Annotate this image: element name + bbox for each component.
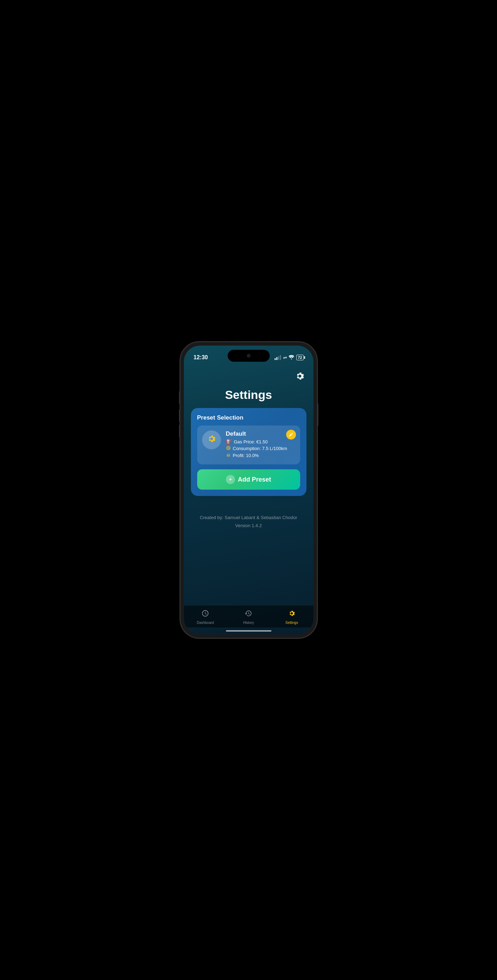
preset-gear-icon [206, 434, 216, 446]
credits: Created by: Samuel Labant & Sebastian Ch… [191, 514, 306, 530]
consumption-text: Consumption: 7.5 L/100km [233, 446, 287, 451]
dashboard-tab-label: Dashboard [197, 621, 214, 625]
plus-icon: + [226, 475, 235, 484]
svg-point-0 [291, 359, 292, 359]
settings-tab-icon [288, 609, 295, 619]
preset-info: Default ⛽ Gas Price: €1.50 [226, 430, 295, 460]
page-title: Settings [191, 388, 306, 402]
preset-name: Default [226, 430, 295, 438]
gas-price-text: Gas Price: €1.50 [234, 439, 268, 444]
profit-text: Profit: 10.0% [233, 453, 259, 458]
phone-frame: 12:30 ⇌ 72 [180, 342, 317, 638]
home-indicator [184, 627, 313, 635]
history-tab-icon [245, 609, 252, 619]
preset-icon-circle [202, 430, 221, 449]
dashboard-tab-icon [202, 609, 209, 619]
tab-history[interactable]: History [227, 608, 270, 626]
dynamic-island [228, 350, 270, 362]
home-bar [226, 630, 272, 632]
speedometer-icon [226, 445, 231, 452]
signal-bars-icon [275, 355, 281, 360]
settings-tab-label: Settings [286, 621, 298, 625]
gas-pump-icon: ⛽ [226, 439, 232, 444]
edit-preset-button[interactable] [286, 430, 296, 439]
credits-line1: Created by: Samuel Labant & Sebastian Ch… [191, 514, 306, 522]
main-content: Settings Preset Selection Default [184, 364, 313, 605]
history-tab-label: History [243, 621, 254, 625]
credits-line2: Version 1.4.2 [191, 522, 306, 530]
add-preset-label: Add Preset [238, 476, 271, 483]
preset-item-default[interactable]: Default ⛽ Gas Price: €1.50 [197, 425, 300, 465]
preset-section-title: Preset Selection [197, 414, 300, 421]
phone-screen: 12:30 ⇌ 72 [184, 345, 313, 635]
pencil-icon [289, 432, 294, 437]
tab-settings[interactable]: Settings [270, 608, 313, 626]
preset-card: Preset Selection Default ⛽ [191, 408, 306, 496]
wifi-icon: ⇌ [283, 355, 294, 360]
status-icons: ⇌ 72 [275, 355, 303, 360]
gear-icon [295, 371, 305, 381]
settings-gear-button[interactable] [293, 369, 306, 384]
camera-dot [247, 354, 251, 358]
consumption-detail: Consumption: 7.5 L/100km [226, 445, 295, 452]
status-time: 12:30 [194, 354, 208, 361]
tab-bar: Dashboard History Settings [184, 605, 313, 627]
profit-detail: Profit: 10.0% [226, 452, 295, 458]
add-preset-button[interactable]: + Add Preset [197, 469, 300, 490]
gas-price-detail: ⛽ Gas Price: €1.50 [226, 439, 295, 444]
tab-dashboard[interactable]: Dashboard [184, 608, 227, 626]
battery-icon: 72 [296, 355, 303, 360]
top-gear-area [191, 368, 306, 384]
bar-chart-icon [226, 452, 231, 458]
